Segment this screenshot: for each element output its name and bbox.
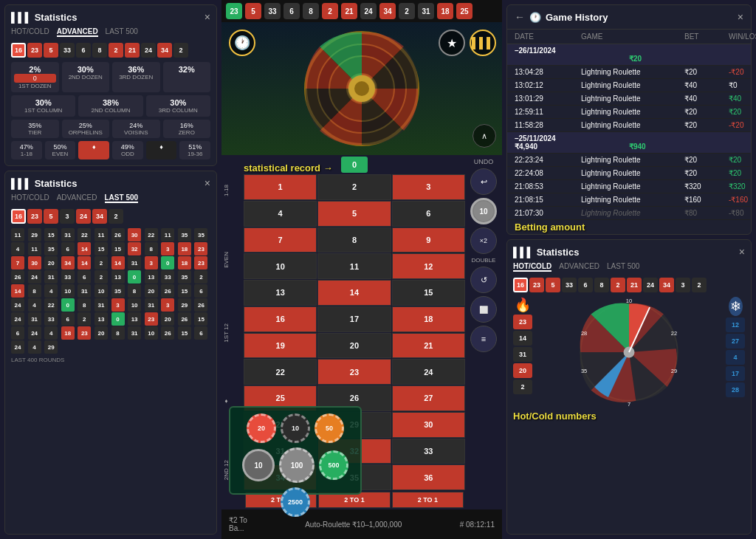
- game-history-close[interactable]: ×: [738, 11, 743, 23]
- cell-16[interactable]: 16: [244, 306, 317, 332]
- gh-row-2[interactable]: 13:02:12 Lightning Roulette ₹40 ₹0: [507, 79, 751, 92]
- grid-num-23: 23: [194, 242, 207, 255]
- cell-4[interactable]: 4: [244, 201, 317, 227]
- cell-36[interactable]: 36: [392, 464, 465, 490]
- gh-row-9[interactable]: 21:08:15 Lightning Roulette ₹160 -₹160: [507, 193, 751, 207]
- cell-11[interactable]: 11: [317, 253, 391, 279]
- grid-num-6: 6: [194, 326, 207, 340]
- chip-2500[interactable]: 2500: [281, 487, 310, 517]
- tab-last500-top[interactable]: LAST 500: [106, 27, 138, 37]
- cell-12[interactable]: 12: [392, 253, 465, 279]
- gh-time-3: 13:01:29: [515, 95, 581, 103]
- grid-num-31: 31: [128, 256, 141, 270]
- cell-27[interactable]: 27: [392, 385, 465, 411]
- tab-hotcold-bottom[interactable]: HOT/COLD: [11, 193, 49, 203]
- tier-box-1: 35% TIER: [11, 120, 59, 138]
- cell-7[interactable]: 7: [244, 227, 317, 253]
- gh-row-1[interactable]: 13:04:28 Lightning Roulette ₹20 -₹20: [507, 66, 751, 79]
- tab-hotcold-top[interactable]: HOT/COLD: [11, 27, 49, 37]
- chip-50[interactable]: 50: [315, 413, 344, 443]
- bet-box-red[interactable]: ♦: [78, 141, 109, 159]
- cell-30[interactable]: 30: [392, 412, 465, 438]
- gh-bet-2: ₹40: [684, 81, 729, 89]
- cell-8[interactable]: 8: [317, 227, 391, 253]
- grid-num-23: 23: [78, 326, 91, 340]
- gh-time-2: 13:02:12: [515, 81, 581, 89]
- cell-10[interactable]: 10: [244, 253, 317, 279]
- num-badge-16: 16: [11, 43, 26, 58]
- chip-20[interactable]: 20: [247, 413, 276, 443]
- chip-10-large[interactable]: 10: [242, 449, 275, 481]
- tab-advanced-right[interactable]: ADVANCED: [559, 262, 599, 272]
- chip-100[interactable]: 100: [279, 447, 315, 483]
- bet-box-19-36[interactable]: 51% 19-36: [179, 141, 210, 159]
- stats-tabs-top: HOT/COLD ADVANCED LAST 500: [11, 27, 210, 37]
- loop-button[interactable]: ↺: [470, 267, 497, 293]
- cell-3[interactable]: 3: [392, 174, 465, 200]
- cell-33[interactable]: 33: [392, 439, 465, 464]
- grid-num-33: 33: [161, 270, 174, 284]
- stats-panel-bottom-header: ▌▌▌ Statistics ×: [11, 177, 210, 189]
- chip-10-display[interactable]: 10: [470, 198, 497, 224]
- chip-500[interactable]: 500: [319, 450, 348, 480]
- chart-button[interactable]: ▌▌▌: [470, 30, 496, 56]
- cell-22[interactable]: 22: [244, 359, 317, 385]
- num-badge-bottom-2: 2: [109, 209, 123, 224]
- cell-13[interactable]: 13: [244, 280, 317, 306]
- cell-14[interactable]: 14: [317, 280, 391, 306]
- bet-box-even[interactable]: 50% EVEN: [45, 141, 76, 159]
- cell-2[interactable]: 2: [317, 174, 391, 200]
- bet-box-1-18[interactable]: 47% 1-18: [11, 141, 42, 159]
- cell-23[interactable]: 23: [317, 359, 391, 385]
- bet-box-black[interactable]: ♦: [146, 141, 177, 159]
- chip-10[interactable]: 10: [281, 413, 310, 443]
- undo-button[interactable]: ↩: [470, 168, 497, 195]
- gh-row-4[interactable]: 12:59:11 Lightning Roulette ₹20 ₹20: [507, 106, 751, 119]
- tab-last500-right[interactable]: LAST 500: [607, 262, 639, 272]
- cell-24[interactable]: 24: [392, 359, 465, 385]
- menu-icon: ≡: [481, 334, 486, 343]
- cell-6[interactable]: 6: [392, 201, 465, 227]
- grid-num-31: 31: [61, 228, 75, 241]
- gh-row-8[interactable]: 21:08:53 Lightning Roulette ₹320 ₹320: [507, 180, 751, 193]
- stats-close-top[interactable]: ×: [205, 11, 210, 23]
- cell-21[interactable]: 21: [392, 333, 465, 359]
- grid-num-31: 31: [44, 270, 58, 284]
- grid-num-8: 8: [28, 284, 41, 298]
- dashed-box-button[interactable]: ⬜: [470, 296, 497, 323]
- cell-19[interactable]: 19: [244, 333, 317, 359]
- cell-9[interactable]: 9: [392, 227, 465, 253]
- bet-2to1-c[interactable]: 2 TO 1: [392, 492, 464, 508]
- zero-cell[interactable]: 0: [341, 157, 368, 173]
- cell-5[interactable]: 5: [317, 201, 391, 227]
- game-history-back-button[interactable]: ←: [515, 11, 525, 23]
- cell-1[interactable]: 1: [244, 174, 317, 200]
- bet-box-odd[interactable]: 49% ODD: [112, 141, 143, 159]
- chevron-up-button[interactable]: ∧: [472, 124, 496, 148]
- stats-close-bottom[interactable]: ×: [205, 177, 210, 189]
- gh-row-6[interactable]: 22:23:24 Lightning Roulette ₹20 ₹20: [507, 154, 751, 167]
- cell-18[interactable]: 18: [392, 306, 465, 332]
- menu-button[interactable]: ≡: [470, 326, 497, 352]
- grid-num-14: 14: [78, 242, 91, 255]
- cell-20[interactable]: 20: [317, 333, 391, 359]
- tab-advanced-top[interactable]: ADVANCED: [57, 27, 98, 37]
- clock-button[interactable]: 🕐: [229, 30, 255, 56]
- top-num-8: 8: [303, 3, 319, 19]
- grid-num-2: 2: [94, 270, 108, 284]
- gh-row-5[interactable]: 11:58:28 Lightning Roulette ₹20 -₹20: [507, 119, 751, 132]
- gh-row-3[interactable]: 13:01:29 Lightning Roulette ₹40 ₹40: [507, 92, 751, 106]
- grid-num-30: 30: [128, 228, 141, 241]
- grid-num-18: 18: [178, 256, 191, 270]
- right-stats-close[interactable]: ×: [739, 246, 745, 258]
- tab-hotcold-right[interactable]: HOT/COLD: [513, 262, 551, 272]
- double-button[interactable]: ×2: [470, 227, 497, 254]
- gh-row-7[interactable]: 22:24:08 Lightning Roulette ₹20 ₹20: [507, 167, 751, 180]
- tab-advanced-bottom[interactable]: ADVANCED: [57, 193, 97, 203]
- tab-last500-bottom[interactable]: LAST 500: [105, 193, 139, 203]
- star-button[interactable]: ★: [439, 30, 465, 56]
- cell-15[interactable]: 15: [392, 280, 465, 306]
- gh-row-10[interactable]: 21:07:30 Lightning Roulette ₹80 -₹80: [507, 207, 751, 220]
- cell-17[interactable]: 17: [317, 306, 391, 332]
- gh-bet-10: ₹80: [684, 209, 729, 217]
